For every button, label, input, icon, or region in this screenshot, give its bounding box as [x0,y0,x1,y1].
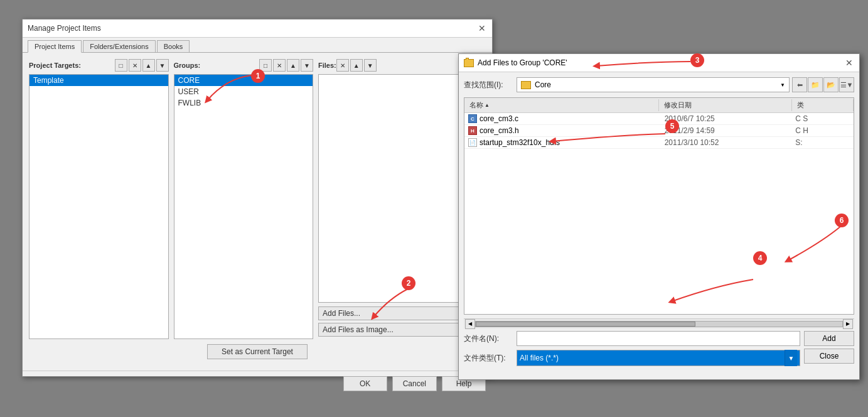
folder-icon [464,59,474,67]
s-file-icon: 📄 [468,138,477,147]
annotation-2: 2 [402,276,415,290]
file-date-cell: 2010/6/7 10:25 [665,114,795,123]
project-targets-toolbar: □ ✕ ▲ ▼ [115,59,169,72]
file-type-value: All files (*.*) [520,354,559,362]
ok-button[interactable]: OK [343,376,387,391]
project-targets-list[interactable]: Template [29,74,169,339]
file-date-cell: 2011/2/9 14:59 [665,126,795,135]
divider-1 [169,59,174,339]
file-list-header: 名称 ▲ 修改日期 类 [464,98,854,113]
add-target-button[interactable]: □ [115,59,127,72]
file-date-cell: 2011/3/10 10:52 [665,138,795,147]
list-item[interactable]: USER [174,86,313,97]
file-list-row[interactable]: 📄 startup_stm32f10x_hd.s 2011/3/10 10:52… [464,137,854,149]
file-name: core_cm3.h [480,126,519,135]
panels-row: Project Targets: □ ✕ ▲ ▼ Template Groups… [29,59,486,339]
move-up-target-button[interactable]: ▲ [142,59,155,72]
file-name: startup_stm32f10x_hd.s [480,138,560,147]
add-button[interactable]: Add [804,331,854,346]
file-name-label: 文件名(N): [464,333,514,344]
scroll-thumb [476,322,695,327]
scroll-right-button[interactable]: ▶ [843,319,853,329]
scroll-left-button[interactable]: ◀ [465,319,475,329]
file-type-label: 文件类型(T): [464,353,514,364]
file-name-cell: H core_cm3.h [468,126,665,135]
file-name-row: 文件名(N): [464,331,800,346]
project-targets-panel: Project Targets: □ ✕ ▲ ▼ Template [29,59,169,339]
tab-project-items[interactable]: Project Items [28,40,82,53]
cancel-button[interactable]: Cancel [392,376,437,391]
manage-dialog-bottom: OK Cancel Help [23,371,492,396]
dropdown-arrow-icon: ▼ [785,350,797,366]
sort-icon: ▲ [485,102,490,108]
location-dropdown[interactable]: Core ▼ [517,77,790,92]
set-current-target-button[interactable]: Set as Current Target [207,344,308,359]
nav-new-folder-button[interactable]: 📂 [823,77,839,92]
delete-target-button[interactable]: ✕ [129,59,141,72]
groups-header: Groups: □ ✕ ▲ ▼ [174,59,314,72]
project-targets-header: Project Targets: □ ✕ ▲ ▼ [29,59,169,72]
list-item[interactable]: FWLIB [174,97,313,109]
manage-dialog-content: Project Targets: □ ✕ ▲ ▼ Template Groups… [23,53,492,366]
col-header-modified[interactable]: 修改日期 [659,99,792,111]
add-files-dialog-title: Add Files to Group 'CORE' [478,58,567,67]
divider-2 [313,59,318,339]
action-buttons: Add Close [804,331,854,364]
list-item[interactable]: Template [29,75,168,86]
file-name: core_cm3.c [480,114,518,123]
scroll-track[interactable] [475,321,843,327]
bottom-form-inputs: 文件名(N): 文件类型(T): All files (*.*) ▼ [464,331,800,370]
add-files-body: 查找范围(I): Core ▼ ⬅ 📁 📂 ☰▼ 名称 ▲ [459,72,859,375]
file-type-cell: C S [795,114,850,123]
annotation-1: 1 [251,69,265,83]
manage-dialog-tabs: Project Items Folders/Extensions Books [23,38,492,53]
file-type-cell: C H [795,126,850,135]
list-item[interactable]: CORE [174,75,313,86]
annotation-5: 5 [665,119,679,133]
delete-group-button[interactable]: ✕ [273,59,286,72]
add-files-dialog-close-button[interactable]: ✕ [844,58,854,68]
groups-label: Groups: [174,62,201,69]
move-down-file-button[interactable]: ▼ [364,59,377,72]
file-type-row: 文件类型(T): All files (*.*) ▼ [464,350,800,366]
add-files-dialog: Add Files to Group 'CORE' ✕ 查找范围(I): Cor… [458,53,860,380]
col-header-name[interactable]: 名称 ▲ [464,99,659,111]
move-down-group-button[interactable]: ▼ [301,59,313,72]
add-files-titlebar: Add Files to Group 'CORE' ✕ [459,54,859,72]
groups-panel: Groups: □ ✕ ▲ ▼ CORE USER FWLIB [174,59,314,339]
files-toolbar: ✕ ▲ ▼ [336,59,377,72]
move-up-group-button[interactable]: ▲ [287,59,299,72]
file-list-row[interactable]: H core_cm3.h 2011/2/9 14:59 C H [464,125,854,137]
nav-toolbar: ⬅ 📁 📂 ☰▼ [792,77,854,92]
manage-dialog-title: Manage Project Items [28,24,101,33]
location-row: 查找范围(I): Core ▼ ⬅ 📁 📂 ☰▼ [464,77,854,92]
delete-file-button[interactable]: ✕ [336,59,349,72]
horizontal-scrollbar[interactable]: ◀ ▶ [464,318,854,328]
project-targets-label: Project Targets: [29,62,81,69]
folder-icon-sm [521,81,531,89]
groups-list[interactable]: CORE USER FWLIB [174,74,314,339]
annotation-4: 4 [753,251,767,265]
add-files-titlebar-left: Add Files to Group 'CORE' [464,58,567,67]
tab-folders-extensions[interactable]: Folders/Extensions [83,40,156,52]
location-label: 查找范围(I): [464,80,514,90]
annotation-6: 6 [835,214,849,227]
col-header-type[interactable]: 类 [792,99,854,111]
groups-toolbar: □ ✕ ▲ ▼ [259,59,313,72]
move-down-target-button[interactable]: ▼ [156,59,169,72]
nav-back-button[interactable]: ⬅ [792,77,807,92]
nav-view-button[interactable]: ☰▼ [839,77,854,92]
file-type-dropdown[interactable]: All files (*.*) ▼ [517,350,800,366]
file-name-input[interactable] [517,331,800,346]
manage-dialog-close-button[interactable]: ✕ [477,23,487,33]
nav-up-button[interactable]: 📁 [808,77,823,92]
bottom-form: 文件名(N): 文件类型(T): All files (*.*) ▼ Add C… [464,331,854,370]
file-list-row[interactable]: C core_cm3.c 2010/6/7 10:25 C S [464,113,854,125]
file-list-area: 名称 ▲ 修改日期 类 C core_cm3.c 2010/6/7 10:25 … [464,97,854,315]
files-label: Files: [318,62,336,69]
file-name-cell: C core_cm3.c [468,114,665,123]
file-name-cell: 📄 startup_stm32f10x_hd.s [468,138,665,147]
close-button[interactable]: Close [804,349,854,364]
tab-books[interactable]: Books [157,40,190,52]
move-up-file-button[interactable]: ▲ [350,59,363,72]
